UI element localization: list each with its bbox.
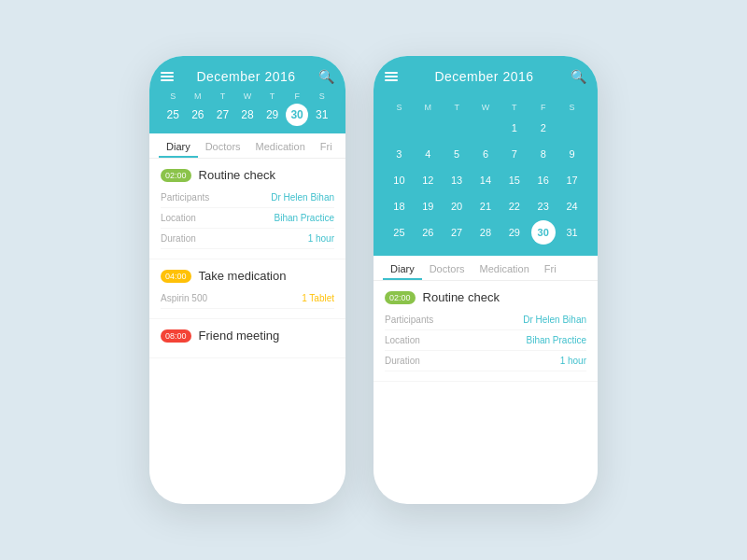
detail-duration-1: Duration 1 hour [161,229,334,249]
grid-label-s2: S [557,99,586,114]
tab-doctors-small[interactable]: Doctors [198,133,248,158]
grid-day-16[interactable]: 16 [531,168,556,192]
grid-day-26[interactable]: 26 [416,220,440,245]
tab-medication-small[interactable]: Medication [248,133,313,158]
diary-item-large-1: 02:00 Routine check Participants Dr Hele… [374,281,598,382]
day-label-w: W [235,91,261,104]
grid-day-20[interactable]: 20 [444,194,469,218]
detail-medication-1: Aspirin 500 1 Tablet [161,288,334,309]
grid-day-21[interactable]: 21 [473,194,498,218]
grid-label-t1: T [443,99,472,114]
duration-value-large: 1 hour [560,356,586,366]
grid-day-23[interactable]: 23 [531,194,556,218]
grid-day-28[interactable]: 28 [473,220,498,245]
detail-location-1: Location Bihan Practice [161,208,334,229]
calendar-header-large: December 2016 🔍 [374,56,598,99]
day-28[interactable]: 28 [236,104,259,126]
grid-day-7[interactable]: 7 [502,142,527,166]
event-title-large-1: Routine check [423,290,500,304]
day-label-s2: S [309,91,334,104]
time-badge-large-1: 02:00 [385,291,416,304]
detail-location-large: Location Bihan Practice [385,330,586,351]
phone-small: December 2016 🔍 S M T W T F S 25 26 27 2… [149,56,345,504]
day-25[interactable]: 25 [162,104,184,126]
cal-week-2: 3 4 5 6 7 8 9 [385,142,586,166]
duration-value: 1 hour [308,233,334,244]
grid-day-2[interactable]: 2 [531,116,556,140]
participants-label-large: Participants [385,315,433,325]
grid-day-12[interactable]: 12 [416,168,440,192]
grid-day-24[interactable]: 24 [560,194,585,218]
grid-label-f: F [529,99,557,114]
week-days-small: 25 26 27 28 29 30 31 [161,104,334,126]
tab-fri-small[interactable]: Fri [313,133,340,158]
grid-label-m: M [414,99,443,114]
duration-label: Duration [161,233,196,244]
calendar-title-small: December 2016 [196,69,295,84]
grid-day-1[interactable]: 1 [502,116,527,140]
time-badge-3: 08:00 [161,329,191,343]
tabs-large: Diary Doctors Medication Fri [374,256,598,281]
location-label: Location [161,213,196,223]
grid-day-14[interactable]: 14 [473,168,498,192]
tab-fri-large[interactable]: Fri [537,256,564,280]
medication-label: Aspirin 500 [161,293,207,303]
search-icon-large[interactable]: 🔍 [571,70,586,83]
grid-day-9[interactable]: 9 [560,142,585,166]
search-icon-small[interactable]: 🔍 [318,70,334,83]
grid-label-s1: S [385,99,414,114]
grid-day-13[interactable]: 13 [444,168,469,192]
grid-day-30-active[interactable]: 30 [531,220,556,245]
day-31[interactable]: 31 [311,104,333,126]
day-29[interactable]: 29 [261,104,284,126]
grid-day-3[interactable]: 3 [387,142,411,166]
grid-day-5[interactable]: 5 [444,142,469,166]
grid-day-27[interactable]: 27 [444,220,469,245]
calendar-header-small: December 2016 🔍 S M T W T F S 25 26 27 2… [149,56,345,133]
menu-icon[interactable] [161,72,174,81]
day-label-m: M [186,91,211,104]
grid-day-10[interactable]: 10 [387,168,411,192]
tab-diary-large[interactable]: Diary [383,256,422,280]
day-label-s1: S [161,91,186,104]
day-27[interactable]: 27 [211,104,233,126]
tabs-small: Diary Doctors Medication Fri [149,133,345,159]
grid-day-8[interactable]: 8 [531,142,556,166]
location-label-large: Location [385,335,420,345]
time-badge-2: 04:00 [161,270,191,283]
grid-day-25[interactable]: 25 [387,220,411,245]
grid-day-18[interactable]: 18 [387,194,411,218]
calendar-title-large: December 2016 [434,69,533,84]
detail-participants-large: Participants Dr Helen Bihan [385,310,586,330]
grid-day-15[interactable]: 15 [502,168,527,192]
menu-icon-large[interactable] [385,72,398,81]
day-label-f: F [285,91,310,104]
tab-doctors-large[interactable]: Doctors [422,256,472,280]
day-30-active[interactable]: 30 [286,104,308,126]
location-value-large: Bihan Practice [527,335,586,345]
calendar-grid: S M T W T F S 1 2 3 4 5 6 7 8 9 [374,99,598,256]
grid-day-6[interactable]: 6 [473,142,498,166]
grid-day-31[interactable]: 31 [560,220,585,245]
cal-week-5: 25 26 27 28 29 30 31 [385,220,586,245]
grid-day-19[interactable]: 19 [416,194,440,218]
grid-day-17[interactable]: 17 [560,168,585,192]
day-label-t1: T [210,91,235,104]
participants-value-large: Dr Helen Bihan [523,315,586,325]
diary-item-1: 02:00 Routine check Participants Dr Hele… [149,159,345,259]
event-title-3: Friend meeting [199,329,280,343]
grid-day-29[interactable]: 29 [502,220,527,245]
grid-day-22[interactable]: 22 [502,194,527,218]
day-26[interactable]: 26 [187,104,209,126]
detail-participants-1: Participants Dr Helen Bihan [161,188,334,208]
detail-duration-large: Duration 1 hour [385,351,586,371]
grid-label-w: W [472,99,500,114]
participants-value: Dr Helen Bihan [271,192,334,203]
participants-label: Participants [161,192,209,203]
tab-medication-large[interactable]: Medication [472,256,537,280]
diary-item-3: 08:00 Friend meeting [149,319,345,358]
event-title-1: Routine check [199,168,275,182]
grid-label-t2: T [500,99,529,114]
grid-day-4[interactable]: 4 [416,142,440,166]
tab-diary-small[interactable]: Diary [159,133,198,158]
